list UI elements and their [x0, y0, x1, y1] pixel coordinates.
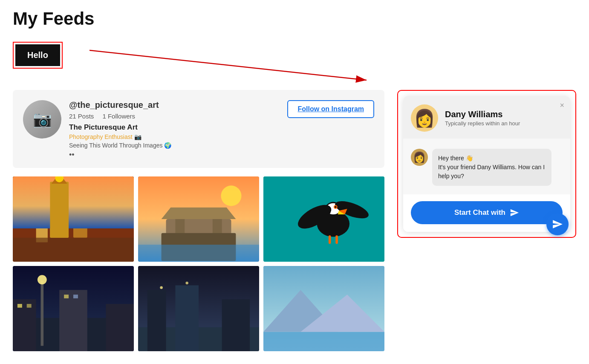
- fab-send-icon: [552, 219, 563, 230]
- chat-message-row: 👩 Hey there 👋It's your friend Dany Willi…: [411, 149, 563, 186]
- profile-card-inner: 📷 @the_picturesque_art 21 Posts 1 Follow…: [23, 100, 374, 159]
- svg-rect-44: [17, 304, 22, 308]
- chat-footer: Start Chat with: [403, 194, 570, 232]
- left-panel: 📷 @the_picturesque_art 21 Posts 1 Follow…: [13, 90, 384, 351]
- svg-rect-42: [59, 290, 87, 351]
- chat-agent-subtitle: Typically replies within an hour: [445, 120, 520, 127]
- profile-tagline: Photography Enthusiast 📷: [69, 133, 271, 140]
- svg-rect-13: [13, 176, 134, 228]
- svg-point-53: [160, 286, 163, 289]
- svg-rect-24: [138, 245, 259, 262]
- photo-1[interactable]: [13, 176, 134, 262]
- chat-panel: 👩 Dany Williams Typically replies within…: [397, 90, 576, 238]
- svg-rect-45: [27, 304, 32, 308]
- profile-handle: @the_picturesque_art: [69, 100, 271, 110]
- photo-5[interactable]: [138, 266, 259, 351]
- svg-point-40: [38, 275, 47, 284]
- svg-rect-52: [222, 299, 250, 351]
- profile-name: The Picturesque Art: [69, 123, 271, 132]
- chat-agent-info: Dany Williams Typically replies within a…: [445, 110, 520, 127]
- hello-button[interactable]: Hello: [15, 44, 60, 66]
- svg-line-1: [90, 50, 367, 80]
- photo-3[interactable]: [263, 176, 384, 262]
- posts-count: 21 Posts: [69, 113, 94, 120]
- svg-marker-23: [162, 208, 236, 219]
- chat-message-text: Hey there 👋It's your friend Dany William…: [438, 155, 545, 179]
- profile-stats: 21 Posts 1 Followers: [69, 113, 271, 120]
- chat-bubble: Hey there 👋It's your friend Dany William…: [432, 149, 551, 186]
- send-icon: [510, 208, 519, 217]
- arrow-decoration: [90, 38, 388, 89]
- profile-dots: ••: [69, 150, 271, 159]
- chat-agent-avatar: 👩: [411, 104, 438, 132]
- page-title: My Feeds: [13, 9, 576, 29]
- svg-point-34: [335, 206, 336, 208]
- chat-fab-button[interactable]: [546, 213, 569, 235]
- hello-button-container: Hello: [13, 42, 63, 69]
- photo-4[interactable]: [13, 266, 134, 351]
- svg-rect-11: [13, 238, 134, 262]
- svg-rect-14: [50, 182, 69, 238]
- svg-rect-47: [73, 295, 78, 298]
- chat-msg-avatar-emoji: 👩: [413, 151, 426, 163]
- profile-avatar: 📷: [23, 100, 61, 139]
- svg-rect-35: [329, 235, 331, 244]
- profile-desc: Seeing This World Through Images 🌍: [69, 142, 271, 149]
- chat-message-avatar: 👩: [411, 149, 428, 166]
- start-chat-button[interactable]: Start Chat with: [411, 201, 563, 224]
- svg-point-54: [185, 282, 188, 285]
- photo-2[interactable]: [138, 176, 259, 262]
- chat-card: 👩 Dany Williams Typically replies within…: [403, 96, 570, 232]
- main-layout: 📷 @the_picturesque_art 21 Posts 1 Follow…: [13, 90, 576, 351]
- follow-instagram-button[interactable]: Follow on Instagram: [287, 100, 374, 118]
- chat-close-button[interactable]: ×: [560, 101, 564, 110]
- profile-card: 📷 @the_picturesque_art 21 Posts 1 Follow…: [13, 90, 384, 168]
- svg-point-18: [221, 185, 241, 206]
- start-chat-label: Start Chat with: [454, 208, 505, 217]
- svg-rect-39: [41, 280, 44, 346]
- chat-agent-name: Dany Williams: [445, 110, 520, 119]
- photo-6[interactable]: [263, 266, 384, 351]
- svg-rect-46: [64, 295, 69, 298]
- right-panel-wrapper: 👩 Dany Williams Typically replies within…: [397, 90, 576, 243]
- chat-header: 👩 Dany Williams Typically replies within…: [403, 96, 570, 139]
- chat-body: 👩 Hey there 👋It's your friend Dany Willi…: [403, 139, 570, 194]
- svg-rect-41: [13, 299, 36, 351]
- profile-info: @the_picturesque_art 21 Posts 1 Follower…: [69, 100, 271, 159]
- svg-rect-36: [335, 235, 338, 244]
- chat-avatar-emoji: 👩: [414, 108, 435, 128]
- photos-grid: [13, 176, 384, 351]
- svg-rect-56: [263, 332, 384, 351]
- followers-count: 1 Followers: [102, 113, 135, 120]
- follow-btn-container: Follow on Instagram: [279, 100, 374, 118]
- svg-rect-51: [175, 285, 199, 351]
- svg-rect-50: [147, 290, 166, 351]
- svg-rect-43: [106, 304, 134, 351]
